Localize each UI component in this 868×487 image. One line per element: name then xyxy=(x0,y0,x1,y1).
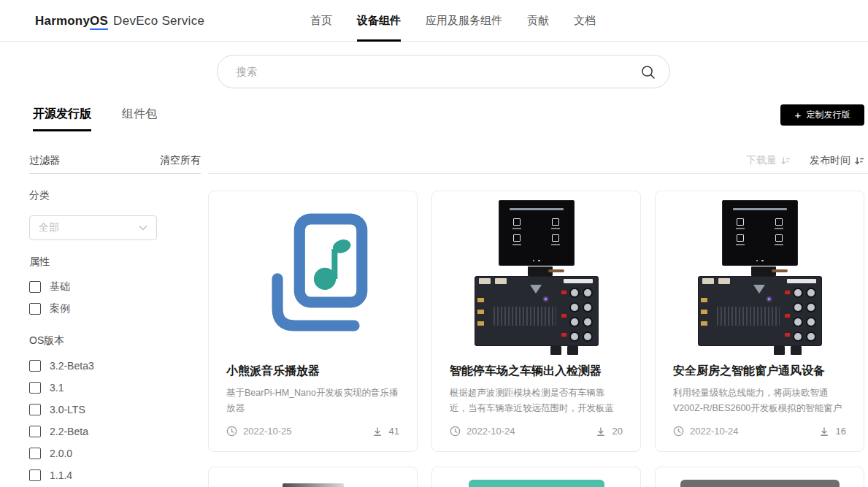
release-tabs-row: 开源发行版 组件包 + 定制发行版 xyxy=(0,102,868,131)
logo-brand: HarmonyOS xyxy=(35,14,108,28)
checkbox-icon[interactable] xyxy=(29,404,41,415)
card-downloads: 20 xyxy=(596,426,623,437)
card-downloads: 41 xyxy=(372,426,399,437)
checkbox-icon[interactable] xyxy=(29,281,41,293)
clock-icon xyxy=(226,426,237,437)
checkbox-icon[interactable] xyxy=(29,360,41,372)
search-input[interactable] xyxy=(237,66,634,77)
logo-os-underlined: OS xyxy=(90,14,108,30)
checkbox-icon[interactable] xyxy=(29,303,41,315)
sort-icon xyxy=(780,156,791,166)
sort-by-publish-time[interactable]: 发布时间 xyxy=(810,154,864,167)
sidebar-divider xyxy=(29,173,201,174)
card-date: 2022-10-25 xyxy=(226,426,292,437)
os-version-label: OS版本 xyxy=(29,334,201,348)
checkbox-os-3-2-beta3[interactable]: 3.2-Beta3 xyxy=(29,358,201,374)
search-icon[interactable] xyxy=(640,64,656,80)
results-area: 下载量 发布时间 xyxy=(208,153,868,487)
checkbox-icon[interactable] xyxy=(29,469,41,481)
attribute-label: 属性 xyxy=(29,256,201,269)
card-description: 根据超声波测距模块检测是否有车辆靠近，当有车辆靠近较远范围时，开发板蓝色LED灯… xyxy=(450,386,623,416)
card-footer: 2022-10-24 20 xyxy=(450,426,623,437)
release-tabs: 开源发行版 组件包 xyxy=(33,102,868,131)
card-parking-detector[interactable]: 智能停车场之车辆出入检测器 根据超声波测距模块检测是否有车辆靠近，当有车辆靠近较… xyxy=(431,191,641,452)
top-header: HarmonyOS DevEco Service 首页 设备组件 应用及服务组件… xyxy=(0,0,868,42)
card-kitchen-ventilation[interactable]: 安全厨房之智能窗户通风设备 利用轻量级软总线能力，将两块欧智通V200Z-R/B… xyxy=(655,191,864,452)
card-music-player[interactable]: 小熊派音乐播放器 基于BearPi-HM_Nano开发板实现的音乐播放器 202… xyxy=(208,191,418,452)
download-icon xyxy=(819,426,829,437)
card-title: 安全厨房之智能窗户通风设备 xyxy=(673,364,846,379)
card-footer: 2022-10-24 16 xyxy=(673,426,846,437)
teal-board-photo xyxy=(469,480,604,487)
card-partial-1[interactable] xyxy=(208,467,418,487)
nav-item-app-service-components[interactable]: 应用及服务组件 xyxy=(426,0,502,42)
dev-board-photo xyxy=(475,200,599,355)
checkbox-os-1-1-4[interactable]: 1.1.4 xyxy=(29,467,201,483)
ribbon-cable xyxy=(528,266,553,276)
harmonyos-logo[interactable]: HarmonyOS DevEco Service xyxy=(35,0,204,42)
checkbox-case[interactable]: 案例 xyxy=(29,301,201,317)
main-nav: 首页 设备组件 应用及服务组件 贡献 文档 xyxy=(310,0,596,42)
checkbox-icon[interactable] xyxy=(29,426,41,437)
clock-icon xyxy=(673,426,684,437)
card-image xyxy=(432,191,640,353)
board-screen xyxy=(499,200,575,266)
gray-device-photo xyxy=(283,483,344,487)
card-description: 利用轻量级软总线能力，将两块欧智通V200Z-R/BES2600开发板模拟的智能… xyxy=(673,386,846,416)
category-selected-value: 全部 xyxy=(39,221,59,234)
music-player-logo-icon xyxy=(258,207,369,337)
filter-title: 过滤器 xyxy=(29,154,60,167)
checkbox-icon[interactable] xyxy=(29,382,41,394)
card-date: 2022-10-24 xyxy=(450,426,515,437)
checkbox-os-3-1[interactable]: 3.1 xyxy=(29,380,201,396)
search-bar xyxy=(217,55,670,88)
checkbox-basic[interactable]: 基础 xyxy=(29,279,201,295)
results-divider xyxy=(208,173,868,174)
dev-board-photo xyxy=(698,200,822,355)
cards-row-1: 小熊派音乐播放器 基于BearPi-HM_Nano开发板实现的音乐播放器 202… xyxy=(208,191,868,452)
nav-item-home[interactable]: 首页 xyxy=(310,0,332,42)
clear-all-button[interactable]: 清空所有 xyxy=(160,154,201,167)
checkbox-os-2-2-beta[interactable]: 2.2-Beta xyxy=(29,423,201,440)
clock-icon xyxy=(450,426,461,437)
nav-item-docs[interactable]: 文档 xyxy=(574,0,596,42)
checkbox-icon[interactable] xyxy=(29,448,41,459)
logo-suffix: DevEco Service xyxy=(113,14,204,28)
card-partial-2[interactable] xyxy=(431,467,641,487)
sort-icon xyxy=(854,156,864,166)
main-area: 过滤器 清空所有 分类 全部 属性 基础 案例 OS版本 3.2-Beta3 3… xyxy=(0,131,868,487)
tab-open-source-release[interactable]: 开源发行版 xyxy=(33,102,91,131)
nav-item-device-components[interactable]: 设备组件 xyxy=(357,0,401,42)
card-title: 小熊派音乐播放器 xyxy=(226,364,399,379)
board-pcb xyxy=(698,276,822,346)
ribbon-cable xyxy=(751,266,776,276)
card-date: 2022-10-24 xyxy=(673,426,739,437)
download-icon xyxy=(372,426,383,437)
card-title: 智能停车场之车辆出入检测器 xyxy=(450,364,623,379)
tab-component-package[interactable]: 组件包 xyxy=(122,102,157,131)
nav-item-contribute[interactable]: 贡献 xyxy=(527,0,549,42)
card-image xyxy=(656,191,864,353)
category-select[interactable]: 全部 xyxy=(29,215,157,240)
cards-row-2 xyxy=(208,467,868,487)
card-downloads: 16 xyxy=(819,426,846,437)
dark-board-photo xyxy=(680,480,840,487)
checkbox-os-2-0-0[interactable]: 2.0.0 xyxy=(29,445,201,461)
card-image xyxy=(209,191,417,353)
card-footer: 2022-10-25 41 xyxy=(226,426,399,437)
board-screen xyxy=(722,200,798,266)
card-partial-3[interactable] xyxy=(655,467,864,487)
sort-by-downloads[interactable]: 下载量 xyxy=(746,154,791,167)
sort-controls: 下载量 发布时间 xyxy=(208,153,868,168)
download-icon xyxy=(596,426,606,437)
search-section xyxy=(0,42,868,102)
board-pcb xyxy=(475,276,599,346)
custom-release-button[interactable]: + 定制发行版 xyxy=(780,104,864,126)
filter-sidebar: 过滤器 清空所有 分类 全部 属性 基础 案例 OS版本 3.2-Beta3 3… xyxy=(29,153,201,487)
category-label: 分类 xyxy=(29,189,201,202)
plus-icon: + xyxy=(795,110,802,120)
chevron-down-icon xyxy=(139,225,147,231)
card-description: 基于BearPi-HM_Nano开发板实现的音乐播放器 xyxy=(226,386,399,416)
checkbox-os-3-0-lts[interactable]: 3.0-LTS xyxy=(29,402,201,418)
